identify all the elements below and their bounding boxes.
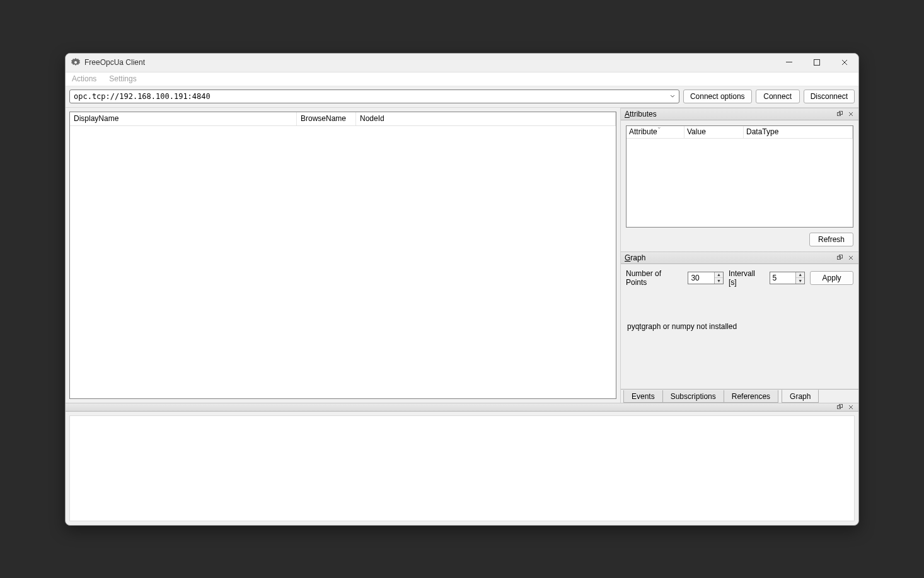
apply-button[interactable]: Apply <box>810 271 853 285</box>
close-icon[interactable] <box>846 402 856 412</box>
svg-rect-2 <box>814 60 820 66</box>
spin-down-icon[interactable]: ▼ <box>796 278 804 284</box>
spin-down-icon[interactable]: ▼ <box>715 278 723 284</box>
tree-view[interactable]: DisplayName BrowseName NodeId <box>69 112 616 399</box>
attributes-header-row: Attribute ⌄ Value DataType <box>627 126 853 139</box>
attributes-table[interactable]: Attribute ⌄ Value DataType <box>626 125 853 228</box>
num-points-input[interactable] <box>688 274 714 282</box>
close-icon[interactable] <box>846 109 856 119</box>
num-points-spinner[interactable]: ▲ ▼ <box>688 272 724 284</box>
attributes-title: Attributes <box>625 110 834 118</box>
menu-settings[interactable]: Settings <box>107 73 139 84</box>
toolbar: Connect options Connect Disconnect <box>66 86 858 108</box>
dock-tabs: Events Subscriptions References Graph <box>621 389 858 403</box>
right-pane: Attributes Attribute ⌄ Value <box>620 108 858 403</box>
chevron-down-icon[interactable] <box>667 94 678 99</box>
app-icon <box>71 57 81 67</box>
tab-subscriptions[interactable]: Subscriptions <box>662 390 724 403</box>
tree-header-nodeid[interactable]: NodeId <box>356 112 616 125</box>
close-icon[interactable] <box>846 253 856 263</box>
connect-button[interactable]: Connect <box>756 90 800 103</box>
address-input[interactable] <box>74 92 667 101</box>
main-split: DisplayName BrowseName NodeId Attributes <box>66 108 858 403</box>
window-title: FreeOpcUa Client <box>84 58 775 67</box>
close-button[interactable] <box>831 54 858 72</box>
connect-options-button[interactable]: Connect options <box>683 90 752 103</box>
interval-label: Intervall [s] <box>729 269 765 287</box>
graph-title: Graph <box>625 253 834 262</box>
attributes-header-value[interactable]: Value <box>684 126 744 138</box>
attributes-header-datatype[interactable]: DataType <box>744 126 853 138</box>
tree-pane: DisplayName BrowseName NodeId <box>66 108 620 403</box>
float-icon[interactable] <box>834 253 845 263</box>
log-area <box>66 412 858 525</box>
spin-up-icon[interactable]: ▲ <box>796 272 804 278</box>
float-icon[interactable] <box>834 109 845 119</box>
tree-header: DisplayName BrowseName NodeId <box>70 112 616 126</box>
graph-controls: Number of Points ▲ ▼ Intervall [s] <box>621 264 858 292</box>
app-window: FreeOpcUa Client Actions Settings Connec… <box>65 53 859 526</box>
attributes-dock-header: Attributes <box>621 108 858 120</box>
graph-dock: Graph Number of Points ▲ ▼ <box>621 251 858 403</box>
tab-graph[interactable]: Graph <box>782 390 819 403</box>
address-combo[interactable] <box>69 90 679 103</box>
tree-header-browsename[interactable]: BrowseName <box>297 112 356 125</box>
interval-input[interactable] <box>770 274 796 282</box>
svg-point-0 <box>74 61 77 64</box>
graph-message: pyqtgraph or numpy not installed <box>621 318 858 335</box>
spin-up-icon[interactable]: ▲ <box>715 272 723 278</box>
interval-spinner[interactable]: ▲ ▼ <box>770 272 806 284</box>
tab-events[interactable]: Events <box>623 390 663 403</box>
svg-rect-1 <box>786 62 792 62</box>
num-points-label: Number of Points <box>626 269 683 287</box>
refresh-button[interactable]: Refresh <box>809 233 853 246</box>
sort-indicator-icon: ⌄ <box>657 124 662 130</box>
log-dock-header <box>66 403 858 412</box>
float-icon[interactable] <box>834 402 845 412</box>
menubar: Actions Settings <box>66 72 858 86</box>
tab-references[interactable]: References <box>724 390 778 403</box>
window-controls <box>775 54 858 72</box>
graph-dock-header: Graph <box>621 251 858 264</box>
menu-actions[interactable]: Actions <box>69 73 99 84</box>
attributes-header-attribute[interactable]: Attribute ⌄ <box>627 126 684 138</box>
attributes-dock: Attributes Attribute ⌄ Value <box>621 108 858 251</box>
log-box[interactable] <box>69 415 855 521</box>
disconnect-button[interactable]: Disconnect <box>804 90 855 103</box>
maximize-button[interactable] <box>803 54 831 72</box>
attributes-body: Attribute ⌄ Value DataType Refresh <box>621 120 858 251</box>
tree-header-displayname[interactable]: DisplayName <box>70 112 297 125</box>
minimize-button[interactable] <box>775 54 803 72</box>
graph-body: Number of Points ▲ ▼ Intervall [s] <box>621 264 858 403</box>
titlebar: FreeOpcUa Client <box>66 54 858 72</box>
